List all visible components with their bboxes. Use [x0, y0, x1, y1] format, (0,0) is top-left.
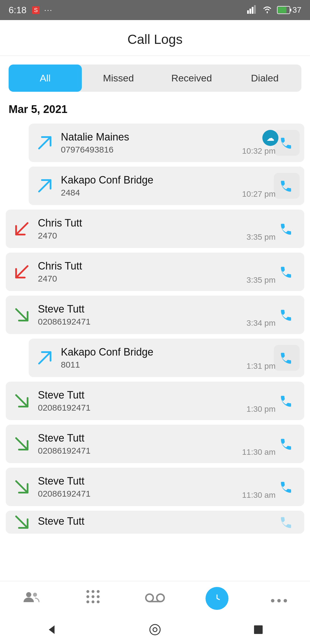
svg-rect-6 — [278, 7, 286, 13]
svg-point-22 — [86, 595, 89, 598]
call-time: 3:35 pm — [247, 276, 276, 285]
date-header: Mar 5, 2021 — [0, 92, 310, 121]
call-name: Steve Tutt — [38, 432, 269, 444]
recents-icon — [206, 587, 228, 610]
recents-button[interactable] — [250, 621, 267, 638]
call-info: Natalie Maines 07976493816 — [56, 131, 274, 155]
call-time: 3:35 pm — [247, 233, 276, 242]
svg-line-13 — [16, 395, 28, 407]
call-name: Kakapo Conf Bridge — [61, 346, 269, 358]
status-time: 6:18 — [9, 5, 26, 15]
call-item: Steve Tutt 02086192471 11:30 am — [6, 468, 304, 506]
status-icons: 37 — [247, 5, 301, 15]
call-name: Steve Tutt — [38, 475, 269, 487]
svg-point-33 — [277, 599, 281, 602]
signal-icon — [247, 5, 257, 15]
status-dots: ··· — [44, 5, 53, 15]
call-phone-button[interactable] — [274, 259, 300, 285]
svg-line-14 — [16, 438, 28, 450]
call-direction-icon — [10, 303, 33, 326]
call-item: Kakapo Conf Bridge 8011 1:31 pm — [29, 339, 304, 377]
status-sim-icon: S — [32, 6, 39, 14]
call-name: Chris Tutt — [38, 260, 269, 272]
bottom-navigation — [0, 581, 310, 615]
call-direction-icon — [33, 346, 56, 369]
call-name: Chris Tutt — [38, 217, 269, 229]
call-time: 10:32 pm — [242, 147, 276, 156]
page-header: Call Logs — [0, 20, 310, 56]
call-direction-icon — [10, 511, 33, 534]
svg-line-7 — [39, 137, 51, 149]
call-phone-button[interactable] — [274, 345, 300, 371]
call-number: 02086192471 — [38, 317, 269, 327]
call-direction-icon — [10, 217, 33, 240]
call-phone-button[interactable] — [274, 511, 300, 534]
call-info: Steve Tutt 02086192471 — [33, 475, 274, 499]
svg-line-16 — [16, 516, 28, 528]
call-number: 07976493816 — [61, 145, 269, 155]
call-list: Natalie Maines 07976493816 ☁ 10:32 pm Ka… — [0, 121, 310, 534]
svg-point-23 — [92, 595, 94, 598]
call-phone-button[interactable] — [274, 302, 300, 328]
tab-missed[interactable]: Missed — [82, 65, 155, 92]
svg-point-34 — [284, 599, 287, 602]
svg-line-12 — [39, 352, 51, 364]
svg-point-25 — [86, 600, 89, 603]
svg-point-37 — [153, 628, 157, 632]
call-name: Steve Tutt — [38, 303, 269, 315]
nav-dialpad[interactable] — [67, 589, 119, 608]
svg-point-18 — [33, 593, 37, 597]
call-item-partial: Steve Tutt — [6, 511, 304, 534]
svg-rect-0 — [247, 10, 249, 14]
call-item: Steve Tutt 02086192471 11:30 am — [6, 425, 304, 463]
call-direction-icon — [33, 131, 56, 154]
call-item: Natalie Maines 07976493816 ☁ 10:32 pm — [29, 124, 304, 162]
call-phone-button[interactable] — [274, 216, 300, 242]
dialpad-icon — [85, 589, 101, 608]
svg-point-27 — [97, 600, 100, 603]
svg-point-24 — [97, 595, 100, 598]
svg-point-28 — [146, 594, 153, 602]
svg-point-29 — [157, 594, 164, 602]
tab-all[interactable]: All — [9, 65, 82, 92]
call-time: 3:34 pm — [247, 319, 276, 328]
svg-point-17 — [26, 592, 31, 597]
nav-contacts[interactable] — [5, 590, 57, 607]
call-item: Steve Tutt 02086192471 3:34 pm — [6, 296, 304, 334]
call-phone-button[interactable] — [274, 388, 300, 414]
call-info: Kakapo Conf Bridge 8011 — [56, 346, 274, 370]
back-button[interactable] — [43, 621, 60, 638]
tab-dialed[interactable]: Dialed — [228, 65, 301, 92]
svg-point-32 — [271, 599, 274, 602]
salesforce-badge: ☁ — [262, 130, 278, 146]
svg-rect-5 — [290, 9, 291, 11]
tab-received[interactable]: Received — [155, 65, 228, 92]
wifi-icon — [262, 5, 272, 15]
call-phone-button[interactable] — [274, 431, 300, 457]
contacts-icon — [22, 590, 40, 607]
call-number: 2470 — [38, 274, 269, 284]
system-navigation — [0, 615, 310, 644]
svg-point-36 — [150, 625, 160, 635]
nav-recents[interactable] — [191, 587, 243, 610]
call-direction-icon — [10, 389, 33, 412]
svg-line-9 — [16, 223, 28, 235]
svg-rect-1 — [249, 9, 251, 14]
svg-point-19 — [86, 590, 89, 593]
svg-rect-3 — [254, 5, 256, 14]
call-phone-button[interactable] — [274, 173, 300, 199]
call-item: Chris Tutt 2470 3:35 pm — [6, 210, 304, 248]
nav-more[interactable] — [253, 590, 305, 607]
home-button[interactable] — [146, 621, 164, 638]
call-number: 2484 — [61, 188, 269, 198]
call-phone-button[interactable] — [274, 474, 300, 500]
svg-line-15 — [16, 481, 28, 493]
svg-line-11 — [16, 309, 28, 321]
call-time: 10:27 pm — [242, 190, 276, 199]
svg-line-8 — [39, 180, 51, 192]
call-info: Kakapo Conf Bridge 2484 — [56, 174, 274, 198]
call-name: Steve Tutt — [38, 515, 269, 527]
status-bar: 6:18 S ··· 37 — [0, 0, 310, 20]
call-time: 11:30 am — [242, 448, 276, 457]
nav-voicemail[interactable] — [129, 590, 181, 607]
